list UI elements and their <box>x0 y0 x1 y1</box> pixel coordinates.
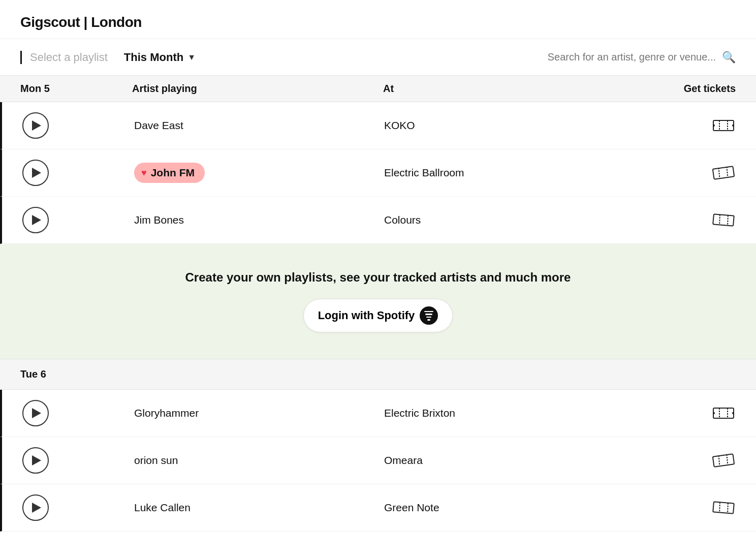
get-tickets-button[interactable] <box>634 208 736 232</box>
get-tickets-button[interactable] <box>634 401 736 425</box>
svg-rect-6 <box>713 214 734 226</box>
svg-line-13 <box>718 455 720 466</box>
play-button[interactable] <box>22 494 134 521</box>
search-icon: 🔍 <box>722 51 736 64</box>
venue-name: Electric Ballroom <box>384 167 634 179</box>
heart-icon: ♥ <box>141 168 147 178</box>
play-icon <box>32 408 41 418</box>
toolbar: Select a playlist This Month ▼ 🔍 <box>0 39 756 76</box>
svg-rect-0 <box>713 120 734 131</box>
svg-line-5 <box>726 167 728 177</box>
cta-banner: Create your own playlists, see your trac… <box>0 244 756 359</box>
venue-name: Electric Brixton <box>384 407 634 419</box>
svg-rect-3 <box>713 166 734 179</box>
play-icon <box>32 503 41 513</box>
artist-name: Luke Callen <box>134 502 384 514</box>
venue-name: KOKO <box>384 119 634 132</box>
play-button[interactable] <box>22 400 134 426</box>
ticket-icon <box>711 113 736 138</box>
svg-line-17 <box>727 503 729 513</box>
artist-name: Gloryhammer <box>134 407 384 419</box>
play-button[interactable] <box>22 160 134 186</box>
search-area: 🔍 <box>291 51 736 64</box>
mon-date-label: Mon 5 <box>20 83 132 95</box>
play-icon <box>32 215 41 225</box>
table-row: Dave East KOKO <box>0 102 756 149</box>
col-tickets-header: Get tickets <box>634 83 736 95</box>
table-row: Jim Bones Colours <box>0 197 756 244</box>
artist-name: Jim Bones <box>134 214 384 226</box>
ticket-icon <box>711 161 736 185</box>
svg-line-14 <box>726 454 728 465</box>
table-row: ♥ John FM Electric Ballroom <box>0 149 756 197</box>
artist-name-highlighted: ♥ John FM <box>134 163 384 183</box>
search-input[interactable] <box>472 51 716 63</box>
app-title: Gigscout | London <box>20 14 736 30</box>
play-icon <box>32 120 41 131</box>
svg-line-16 <box>719 502 720 512</box>
play-button[interactable] <box>22 207 134 233</box>
cta-text: Create your own playlists, see your trac… <box>185 270 571 285</box>
chevron-down-icon: ▼ <box>187 53 196 62</box>
ticket-icon <box>711 401 736 425</box>
get-tickets-button[interactable] <box>634 161 736 185</box>
ticket-icon <box>711 208 736 232</box>
venue-name: Green Note <box>384 502 634 514</box>
col-venue-header: At <box>383 83 634 95</box>
table-row: Luke Callen Green Note <box>0 484 756 532</box>
login-with-spotify-button[interactable]: Login with Spotify <box>303 299 453 332</box>
get-tickets-button[interactable] <box>634 495 736 520</box>
toolbar-left: Select a playlist This Month ▼ <box>20 51 274 64</box>
get-tickets-button[interactable] <box>634 113 736 138</box>
select-playlist-button[interactable]: Select a playlist <box>20 51 108 64</box>
artist-name: Dave East <box>134 119 384 132</box>
get-tickets-button[interactable] <box>634 448 736 473</box>
play-button[interactable] <box>22 112 134 139</box>
svg-rect-9 <box>713 408 734 418</box>
play-icon <box>32 168 41 178</box>
play-icon <box>32 455 41 465</box>
artist-name: orion sun <box>134 454 384 467</box>
venue-name: Colours <box>384 214 634 226</box>
this-month-dropdown[interactable]: This Month ▼ <box>124 51 196 64</box>
table-row: Gloryhammer Electric Brixton <box>0 390 756 437</box>
table-row: orion sun Omeara <box>0 437 756 484</box>
svg-rect-15 <box>713 502 734 513</box>
svg-line-4 <box>718 168 720 178</box>
play-button[interactable] <box>22 447 134 474</box>
svg-line-7 <box>719 214 720 225</box>
spotify-icon <box>420 306 438 325</box>
tue-section-header: Tue 6 <box>0 359 756 390</box>
col-artist-header: Artist playing <box>132 83 383 95</box>
svg-line-8 <box>727 215 729 226</box>
mon-section-header: Mon 5 Artist playing At Get tickets <box>0 76 756 102</box>
ticket-icon <box>711 448 736 473</box>
venue-name: Omeara <box>384 454 634 467</box>
ticket-icon <box>711 495 736 520</box>
tue-date-label: Tue 6 <box>20 368 132 380</box>
app-header: Gigscout | London <box>0 0 756 39</box>
svg-rect-12 <box>713 454 734 467</box>
